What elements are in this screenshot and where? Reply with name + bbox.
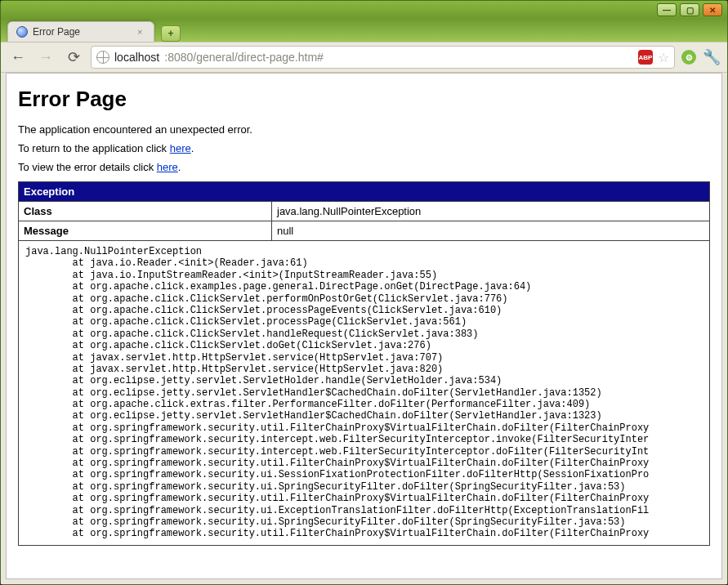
browser-toolbar: ← → ⟳ localhost:8080/general/direct-page… (1, 42, 727, 73)
page-title: Error Page (18, 87, 710, 112)
tab-title: Error Page (33, 26, 80, 38)
return-prefix: To return to the application click (18, 142, 170, 154)
forward-button[interactable]: → (35, 47, 56, 68)
tab-strip: Error Page × + (1, 19, 727, 42)
url-host: localhost (114, 51, 159, 64)
wrench-menu-icon[interactable]: 🔧 (703, 48, 721, 66)
browser-tab[interactable]: Error Page × (7, 21, 154, 42)
extension-icon[interactable]: ⚙ (681, 50, 696, 65)
exception-message-value: null (272, 221, 710, 241)
exception-class-label: Class (19, 202, 272, 221)
window-maximize-button[interactable]: ▢ (680, 3, 699, 16)
tab-close-icon[interactable]: × (137, 27, 147, 37)
details-link[interactable]: here (157, 161, 178, 173)
window-titlebar: — ▢ ✕ (1, 1, 727, 19)
window-close-button[interactable]: ✕ (703, 3, 722, 16)
reload-button[interactable]: ⟳ (63, 47, 84, 68)
return-suffix: . (191, 142, 194, 154)
exception-header: Exception (19, 182, 710, 202)
content-area: Error Page The application encountered a… (1, 73, 727, 584)
stack-trace: java.lang.NullPointerException at java.i… (18, 241, 710, 546)
bookmark-star-icon[interactable]: ☆ (658, 50, 669, 65)
details-suffix: . (178, 161, 181, 173)
address-bar[interactable]: localhost:8080/general/direct-page.htm# … (91, 46, 675, 69)
tab-favicon (16, 26, 28, 38)
browser-window: — ▢ ✕ Error Page × + ← → ⟳ localhost:808… (0, 0, 728, 585)
exception-message-label: Message (19, 221, 272, 241)
return-link[interactable]: here (170, 142, 191, 154)
details-line: To view the error details click here. (18, 161, 710, 173)
window-minimize-button[interactable]: — (657, 3, 677, 16)
error-intro-text: The application encountered an unexpecte… (18, 123, 710, 136)
new-tab-button[interactable]: + (161, 25, 181, 42)
details-prefix: To view the error details click (18, 161, 157, 173)
page-body[interactable]: Error Page The application encountered a… (6, 73, 722, 579)
exception-table: Exception Class java.lang.NullPointerExc… (18, 181, 710, 241)
adblock-icon[interactable]: ABP (638, 50, 653, 65)
return-line: To return to the application click here. (18, 142, 710, 154)
back-button[interactable]: ← (7, 47, 29, 68)
url-path: :8080/general/direct-page.htm# (164, 51, 324, 64)
exception-class-value: java.lang.NullPointerException (272, 202, 710, 221)
globe-icon (96, 51, 109, 64)
